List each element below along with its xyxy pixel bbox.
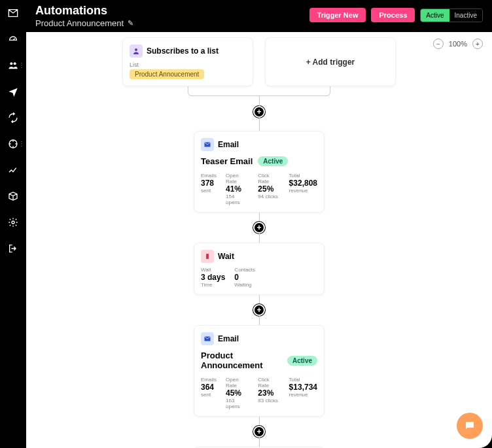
settings-icon[interactable] bbox=[7, 216, 20, 229]
phone-icon bbox=[201, 250, 214, 263]
svg-point-3 bbox=[12, 221, 14, 224]
send-icon[interactable] bbox=[7, 85, 20, 98]
email-card[interactable]: Email Product Announcement Active Emails… bbox=[194, 325, 325, 417]
target-icon[interactable]: ⋮ bbox=[7, 137, 20, 150]
svg-point-0 bbox=[10, 62, 12, 65]
connector bbox=[259, 233, 260, 243]
mail-icon[interactable] bbox=[7, 7, 20, 20]
add-trigger-button[interactable]: + Add trigger bbox=[265, 37, 396, 86]
add-step-button[interactable]: + bbox=[253, 426, 265, 438]
email-name: Teaser Email bbox=[201, 156, 253, 166]
sync-icon[interactable] bbox=[7, 111, 20, 124]
wait-card[interactable]: Wait Wait3 daysTime Contacts0Waiting bbox=[194, 243, 325, 295]
chat-icon bbox=[464, 420, 476, 432]
page-title: Automations bbox=[35, 4, 133, 18]
trigger-new-button[interactable]: Trigger New bbox=[309, 8, 366, 22]
edit-icon[interactable]: ✎ bbox=[128, 19, 133, 27]
email-card[interactable]: Email Teaser Email Active Emails378sent … bbox=[194, 131, 325, 213]
canvas[interactable]: − 100% + Subscribes to a list List Produ… bbox=[26, 32, 492, 448]
automation-name: Product Announcement bbox=[35, 18, 124, 28]
add-step-button[interactable]: + bbox=[253, 106, 265, 118]
email-icon bbox=[201, 332, 214, 345]
svg-point-1 bbox=[14, 62, 16, 65]
status-badge: Active bbox=[287, 356, 317, 366]
branch-connector bbox=[122, 86, 396, 106]
svg-rect-6 bbox=[206, 254, 209, 259]
process-button[interactable]: Process bbox=[371, 8, 415, 22]
email-icon bbox=[201, 138, 214, 151]
add-step-button[interactable]: + bbox=[253, 222, 265, 233]
toggle-inactive[interactable]: Inactive bbox=[449, 9, 482, 22]
trigger-title: Subscribes to a list bbox=[147, 46, 219, 56]
sidebar: ⋮ ⋮ bbox=[0, 0, 26, 448]
add-step-button[interactable]: + bbox=[253, 304, 265, 316]
logout-icon[interactable] bbox=[7, 242, 20, 255]
trigger-card[interactable]: Subscribes to a list List Product Annouc… bbox=[122, 37, 253, 86]
connector bbox=[259, 295, 260, 304]
package-icon[interactable] bbox=[7, 190, 20, 203]
main: Automations Product Announcement ✎ Trigg… bbox=[26, 0, 492, 448]
status-badge: Active bbox=[258, 156, 288, 166]
email-name: Product Announcement bbox=[201, 351, 282, 370]
user-icon bbox=[130, 44, 143, 58]
toggle-active[interactable]: Active bbox=[421, 9, 449, 22]
analytics-icon[interactable] bbox=[7, 164, 20, 177]
list-tag: Product Annoucement bbox=[130, 69, 204, 79]
connector bbox=[259, 316, 260, 325]
connector bbox=[259, 213, 260, 222]
contacts-icon[interactable]: ⋮ bbox=[7, 59, 20, 72]
chat-button[interactable] bbox=[457, 413, 483, 439]
connector bbox=[259, 438, 260, 447]
status-toggle[interactable]: Active Inactive bbox=[420, 9, 483, 22]
app-root: ⋮ ⋮ Automations Product Announcement ✎ T… bbox=[0, 0, 492, 448]
svg-point-4 bbox=[135, 48, 137, 51]
connector bbox=[259, 417, 260, 426]
header: Automations Product Announcement ✎ Trigg… bbox=[26, 0, 492, 32]
list-label: List bbox=[130, 61, 246, 68]
dashboard-icon[interactable] bbox=[7, 33, 20, 46]
connector bbox=[259, 118, 260, 131]
flow: Subscribes to a list List Product Annouc… bbox=[26, 32, 492, 448]
